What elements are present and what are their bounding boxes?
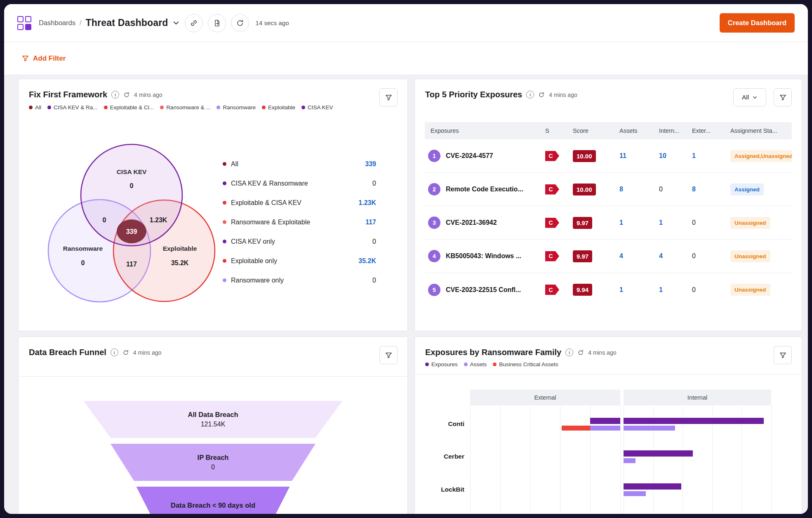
dashboards-grid-icon[interactable] <box>17 16 31 30</box>
legend-item[interactable]: Exploitable <box>262 104 295 111</box>
exposure-name[interactable]: CVE-2021-36942 <box>446 219 497 226</box>
bar-assets-internal[interactable] <box>624 458 635 463</box>
table-row[interactable]: 1CVE-2024-4577C10.0011101Assigned,Unassi… <box>425 139 792 173</box>
panel-header: Data Breach Funnel 4 mins ago <box>19 337 407 377</box>
score-cell: 10.00 <box>567 150 614 162</box>
exposure-cell: 4KB5005043: Windows ... <box>425 250 539 262</box>
list-item[interactable]: CISA KEV & Ransomware0 <box>223 174 376 193</box>
internal-count[interactable]: 1 <box>659 219 663 226</box>
column-header[interactable]: Score <box>567 127 614 134</box>
funnel-stage[interactable]: All Data Breach121.54K <box>84 401 343 438</box>
widget-filter-button[interactable] <box>774 346 792 364</box>
internal-count[interactable]: 10 <box>659 152 666 159</box>
list-item-value[interactable]: 117 <box>365 219 376 226</box>
bar-exposures-internal[interactable] <box>624 483 681 490</box>
legend-item[interactable]: Ransomware & ... <box>160 104 210 111</box>
internal-count[interactable]: 1 <box>659 286 663 293</box>
breadcrumb-dashboards[interactable]: Dashboards <box>39 19 75 27</box>
info-icon[interactable] <box>565 348 573 356</box>
list-item[interactable]: Ransomware only0 <box>223 271 376 290</box>
table-row[interactable]: 4KB5005043: Windows ...C9.97440Unassigne… <box>425 240 792 273</box>
bar-exposures-internal[interactable] <box>624 418 764 424</box>
grid-square <box>25 16 31 22</box>
table-row[interactable]: 3CVE-2021-36942C9.97110Unassigned <box>425 206 792 240</box>
venn-overlap-cisa-exploitable: 1.23K <box>150 217 167 224</box>
share-link-button[interactable] <box>185 14 203 32</box>
table-row[interactable]: 5CVE-2023-22515 Confl...C9.94110Unassign… <box>425 273 792 306</box>
scope-dropdown[interactable]: All <box>733 88 766 106</box>
widget-updated-text: 4 mins ago <box>133 349 161 356</box>
list-item-label: CISA KEV only <box>231 238 275 245</box>
ransomware-chart: External Internal ContiCerberLockBit <box>415 390 802 514</box>
widget-refresh-button[interactable] <box>538 92 545 98</box>
column-header[interactable]: S <box>539 127 567 134</box>
legend-item[interactable]: Exposures <box>425 361 458 367</box>
assets-count[interactable]: 11 <box>619 152 626 159</box>
info-icon[interactable] <box>111 348 118 356</box>
bar-assets-external[interactable] <box>590 426 620 431</box>
assets-count[interactable]: 8 <box>619 186 623 193</box>
info-icon[interactable] <box>111 91 119 99</box>
exposure-name[interactable]: CVE-2023-22515 Confl... <box>446 286 521 294</box>
score-badge: 9.97 <box>573 250 592 262</box>
list-item[interactable]: All339 <box>223 154 376 174</box>
legend-item[interactable]: Exploitable & Cl... <box>104 104 154 111</box>
list-item[interactable]: CISA KEV only0 <box>223 232 376 251</box>
list-item-value: 0 <box>372 180 376 187</box>
list-item-value[interactable]: 35.2K <box>358 257 376 265</box>
column-header[interactable]: Assets <box>614 127 653 134</box>
bar-exposures-internal[interactable] <box>624 450 693 457</box>
gridline <box>530 405 531 514</box>
widget-refresh-button[interactable] <box>577 349 584 356</box>
widget-filter-button[interactable] <box>379 88 398 106</box>
list-item-value[interactable]: 339 <box>365 160 376 168</box>
venn-diagram[interactable]: CISA KEV 0 Ransomware 0 Exploitable 35.2… <box>26 128 224 309</box>
bar-assets-internal[interactable] <box>624 491 646 496</box>
list-item-value[interactable]: 1.23K <box>358 199 376 207</box>
refresh-dashboard-button[interactable] <box>231 14 249 32</box>
legend-item[interactable]: CISA KEV & Ra... <box>47 104 98 111</box>
legend-item[interactable]: All <box>29 104 41 111</box>
funnel-stage[interactable]: IP Breach0 <box>111 444 315 481</box>
add-filter-button[interactable]: Add Filter <box>21 54 66 63</box>
external-count[interactable]: 8 <box>692 186 696 193</box>
assignment-status-badge: Unassigned <box>730 284 770 296</box>
bar-business-critical-external[interactable] <box>562 426 590 431</box>
column-header[interactable]: Exter... <box>686 127 725 134</box>
info-icon[interactable] <box>526 91 534 99</box>
score-badge: 10.00 <box>573 184 596 195</box>
venn-label-exploitable: Exploitable <box>163 245 197 252</box>
bar-exposures-external[interactable] <box>590 418 620 424</box>
legend-item[interactable]: Ransomware <box>217 104 256 111</box>
column-header[interactable]: Assignment Sta... <box>725 127 792 134</box>
assignment-status-badge: Unassigned <box>730 217 770 229</box>
widget-refresh-button[interactable] <box>123 92 130 98</box>
export-dashboard-button[interactable] <box>208 14 226 32</box>
list-item[interactable]: Ransomware & Exploitable117 <box>223 212 376 232</box>
legend-item[interactable]: Business Critical Assets <box>493 361 558 367</box>
exposure-name[interactable]: CVE-2024-4577 <box>446 152 493 160</box>
list-item[interactable]: Exploitable & CISA KEV1.23K <box>223 193 376 212</box>
widget-filter-button[interactable] <box>774 88 792 106</box>
exposure-name[interactable]: Remote Code Executio... <box>446 186 523 193</box>
rank-badge: 2 <box>428 183 440 195</box>
legend-item[interactable]: CISA KEV <box>301 104 333 111</box>
list-item[interactable]: Exploitable only35.2K <box>223 251 376 271</box>
column-header[interactable]: Intern... <box>653 127 686 134</box>
dashboard-switcher-chevron[interactable] <box>172 19 180 27</box>
widget-filter-button[interactable] <box>379 346 398 364</box>
internal-count[interactable]: 4 <box>659 252 663 259</box>
funnel-stage[interactable]: Data Breach < 90 days old <box>137 487 290 514</box>
panel-title: Exposures by Ransomware Family <box>425 348 561 357</box>
exposure-name[interactable]: KB5005043: Windows ... <box>446 252 521 260</box>
widget-refresh-button[interactable] <box>122 349 129 356</box>
column-header[interactable]: Exposures <box>425 127 539 134</box>
table-row[interactable]: 2Remote Code Executio...C10.00808Assigne… <box>425 173 792 206</box>
legend-item[interactable]: Assets <box>464 361 487 367</box>
create-dashboard-button[interactable]: Create Dashboard <box>720 13 795 33</box>
assets-count[interactable]: 1 <box>619 219 623 226</box>
assets-count[interactable]: 1 <box>619 286 623 293</box>
bar-assets-internal[interactable] <box>624 426 675 431</box>
assets-count[interactable]: 4 <box>619 252 623 259</box>
external-count[interactable]: 1 <box>692 152 696 159</box>
